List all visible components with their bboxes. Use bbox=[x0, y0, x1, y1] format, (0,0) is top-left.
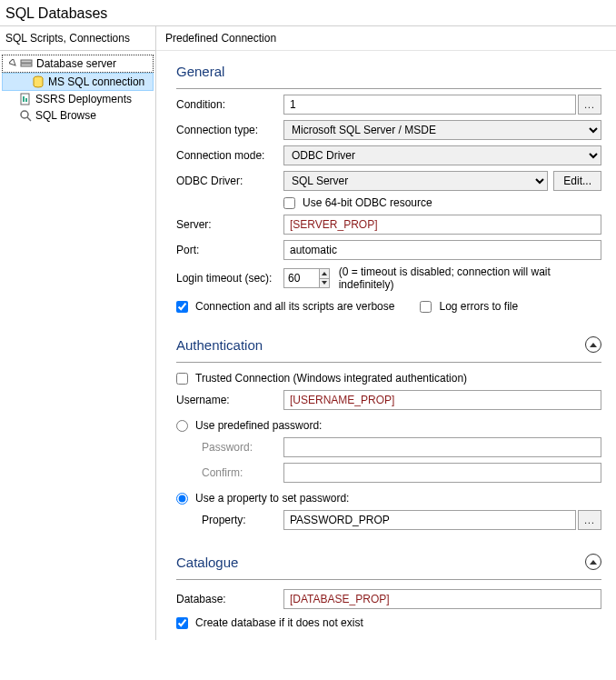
section-general: General Condition: ... Connection type: … bbox=[156, 51, 616, 324]
collapse-auth-button[interactable] bbox=[585, 336, 601, 353]
section-rule bbox=[176, 579, 601, 580]
use-predefined-label[interactable]: Use predefined password: bbox=[195, 419, 322, 432]
condition-input[interactable] bbox=[283, 95, 576, 115]
label-condition: Condition: bbox=[176, 98, 283, 111]
label-database: Database: bbox=[176, 593, 283, 605]
connection-type-select[interactable]: Microsoft SQL Server / MSDE bbox=[283, 120, 601, 140]
label-password: Password: bbox=[176, 441, 283, 454]
svg-rect-4 bbox=[23, 96, 25, 102]
tree-item-mssql-connection[interactable]: MS SQL connection bbox=[2, 73, 154, 91]
nav-tree: Database server MS SQL connection SSRS D… bbox=[0, 51, 155, 127]
content-panel: Predefined Connection General Condition:… bbox=[156, 26, 616, 640]
log-errors-label[interactable]: Log errors to file bbox=[439, 300, 518, 313]
use-property-label[interactable]: Use a property to set password: bbox=[195, 492, 349, 505]
svg-rect-1 bbox=[21, 64, 32, 66]
tree-item-label: SSRS Deployments bbox=[35, 93, 132, 105]
section-title-general: General bbox=[176, 64, 224, 79]
section-catalogue: Catalogue Database: Create database if i… bbox=[156, 541, 616, 640]
section-rule bbox=[176, 88, 601, 89]
timeout-hint: (0 = timeout is disabled; connection wil… bbox=[339, 265, 601, 291]
label-username: Username: bbox=[176, 394, 283, 406]
use-64bit-label[interactable]: Use 64-bit ODBC resource bbox=[303, 196, 432, 209]
label-connection-type: Connection type: bbox=[176, 124, 283, 136]
tree-item-sql-browse[interactable]: SQL Browse bbox=[2, 107, 154, 124]
create-db-checkbox[interactable] bbox=[176, 617, 188, 629]
spinner-up-button[interactable] bbox=[320, 269, 329, 279]
use-property-radio[interactable] bbox=[176, 493, 188, 505]
svg-rect-3 bbox=[21, 94, 29, 105]
section-title-auth: Authentication bbox=[176, 337, 263, 353]
use-64bit-checkbox[interactable] bbox=[283, 197, 295, 209]
odbc-edit-button[interactable]: Edit... bbox=[553, 171, 601, 191]
port-input[interactable] bbox=[283, 240, 601, 260]
tree-item-label: MS SQL connection bbox=[48, 75, 144, 88]
tree-item-label: SQL Browse bbox=[35, 109, 96, 122]
trusted-connection-label[interactable]: Trusted Connection (Windows integrated a… bbox=[195, 372, 467, 385]
server-input[interactable] bbox=[283, 215, 601, 235]
login-timeout-spinner[interactable] bbox=[283, 268, 330, 288]
window-title: SQL Databases bbox=[0, 0, 616, 25]
chevron-down-icon bbox=[322, 281, 327, 285]
browse-icon bbox=[18, 108, 33, 123]
content-header: Predefined Connection bbox=[156, 26, 616, 51]
svg-line-7 bbox=[27, 117, 31, 121]
password-input bbox=[283, 437, 601, 457]
confirm-input bbox=[283, 463, 601, 483]
spinner-down-button[interactable] bbox=[320, 279, 329, 288]
tree-item-label: Database server bbox=[36, 57, 116, 70]
verbose-label[interactable]: Connection and all its scripts are verbo… bbox=[195, 300, 394, 313]
property-input[interactable] bbox=[283, 510, 576, 530]
tree-header: SQL Scripts, Connections bbox=[0, 26, 155, 51]
label-port: Port: bbox=[176, 244, 283, 256]
odbc-driver-select[interactable]: SQL Server bbox=[283, 171, 548, 191]
property-browse-button[interactable]: ... bbox=[578, 510, 601, 530]
chevron-up-icon bbox=[322, 272, 327, 275]
section-title-catalogue: Catalogue bbox=[176, 555, 238, 570]
server-icon bbox=[19, 56, 34, 71]
chevron-up-icon bbox=[590, 560, 597, 565]
log-errors-checkbox[interactable] bbox=[420, 301, 432, 313]
use-predefined-radio[interactable] bbox=[176, 420, 188, 432]
label-login-timeout: Login timeout (sec): bbox=[176, 272, 283, 285]
svg-point-6 bbox=[21, 111, 28, 118]
label-server: Server: bbox=[176, 218, 283, 231]
label-confirm: Confirm: bbox=[176, 466, 283, 479]
tree-panel: SQL Scripts, Connections Database server… bbox=[0, 26, 156, 640]
svg-rect-0 bbox=[21, 60, 32, 63]
create-db-label[interactable]: Create database if it does not exist bbox=[195, 616, 363, 629]
login-timeout-input[interactable] bbox=[284, 269, 319, 287]
connection-mode-select[interactable]: ODBC Driver bbox=[283, 145, 601, 165]
trusted-connection-checkbox[interactable] bbox=[176, 373, 188, 385]
section-authentication: Authentication Trusted Connection (Windo… bbox=[156, 324, 616, 541]
verbose-checkbox[interactable] bbox=[176, 301, 188, 313]
tree-item-ssrs-deployments[interactable]: SSRS Deployments bbox=[2, 91, 154, 107]
tree-item-database-server[interactable]: Database server bbox=[2, 55, 154, 73]
database-input[interactable] bbox=[283, 589, 601, 609]
label-connection-mode: Connection mode: bbox=[176, 149, 283, 162]
database-icon bbox=[31, 75, 45, 89]
label-odbc-driver: ODBC Driver: bbox=[176, 175, 283, 187]
collapse-catalogue-button[interactable] bbox=[585, 554, 601, 570]
condition-browse-button[interactable]: ... bbox=[578, 95, 601, 115]
label-property: Property: bbox=[176, 514, 283, 526]
svg-rect-5 bbox=[25, 98, 27, 102]
report-icon bbox=[18, 92, 33, 106]
tree-twisty-collapse-icon[interactable] bbox=[8, 57, 18, 70]
chevron-up-icon bbox=[590, 343, 597, 347]
section-rule bbox=[176, 362, 601, 363]
username-input[interactable] bbox=[283, 390, 601, 410]
